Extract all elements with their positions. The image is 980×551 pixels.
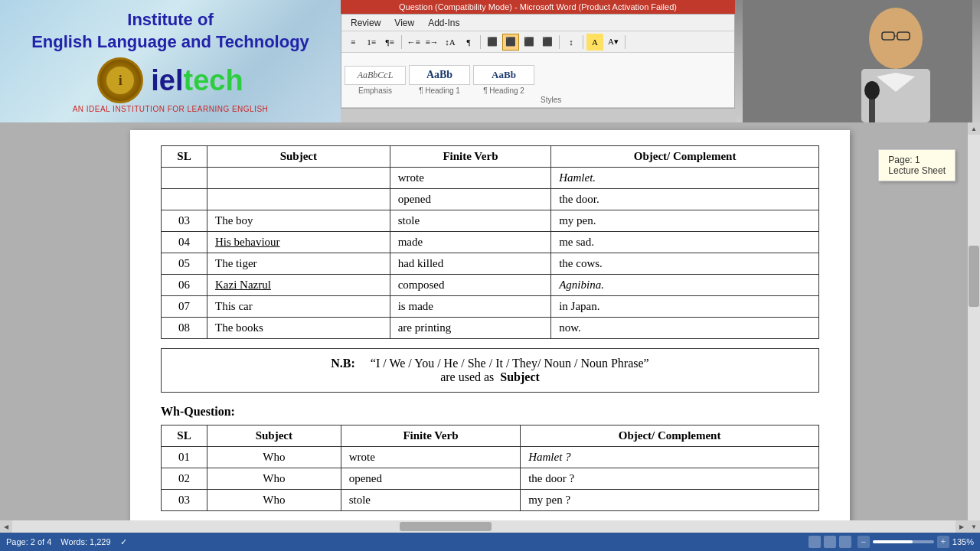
wh-col-subject: Subject: [207, 425, 341, 447]
menu-bar: Review View Add-Ins: [341, 15, 734, 31]
menu-review[interactable]: Review: [345, 16, 387, 30]
separator3: [559, 35, 560, 49]
col-subject: Subject: [207, 146, 390, 168]
word-toolbar: Review View Add-Ins ≡ 1≡ ¶≡ ←≡ ≡→ ↕A ¶ ⬛…: [341, 14, 735, 109]
page-number-label: Page: 1: [888, 155, 946, 165]
styles-section-label: Styles: [541, 96, 561, 104]
scroll-up-button[interactable]: ▲: [968, 122, 980, 135]
page-info-box: Page: 1 Lecture Sheet: [878, 149, 956, 181]
table-row: 02 Who opened the door ?: [162, 468, 819, 490]
sentence-table: SL Subject Finite Verb Object/ Complemen…: [161, 145, 819, 339]
line-spacing[interactable]: ↕: [563, 34, 580, 51]
increase-indent[interactable]: ≡→: [423, 34, 440, 51]
zoom-in-button[interactable]: +: [937, 536, 949, 548]
zoom-slider[interactable]: [873, 540, 934, 543]
table-row: 05 The tiger had killed the cows.: [162, 253, 819, 275]
menu-view[interactable]: View: [388, 16, 420, 30]
print-layout-btn[interactable]: [808, 536, 821, 548]
align-right[interactable]: ⬛: [521, 34, 537, 51]
webcam-feed: [735, 0, 980, 122]
decrease-indent[interactable]: ←≡: [405, 34, 422, 51]
scroll-left-button[interactable]: ◀: [0, 520, 12, 533]
document-area: SL Subject Finite Verb Object/ Complemen…: [0, 122, 980, 533]
webcam-overlay: [735, 0, 980, 122]
col-object: Object/ Complement: [551, 146, 819, 168]
h-scroll-thumb[interactable]: [400, 522, 492, 531]
nb-label: N.B:: [331, 357, 355, 370]
ieltech-wordmark: ieltech: [151, 64, 243, 97]
word-title-bar: Question (Compatibility Mode) - Microsof…: [341, 0, 735, 14]
window-title: Question (Compatibility Mode) - Microsof…: [399, 2, 677, 11]
spell-check-icon[interactable]: ✓: [120, 537, 127, 547]
sort-button[interactable]: ↕A: [442, 34, 459, 51]
full-reading-btn[interactable]: [824, 536, 836, 548]
table-row: 01 Who wrote Hamlet ?: [162, 447, 819, 468]
table-row: 08 The books are printing now.: [162, 318, 819, 339]
table-row: 06 Kazi Nazrul composed Agnibina.: [162, 275, 819, 296]
lecture-sheet-label: Lecture Sheet: [888, 165, 946, 176]
style-h1-section[interactable]: AaBb ¶ Heading 1: [409, 65, 470, 95]
tagline: AN IDEAL INSTITUTION FOR LEARNING ENGLIS…: [73, 105, 269, 113]
wh-col-object: Object/ Complement: [521, 425, 819, 447]
wh-question-heading: Wh-Question:: [161, 405, 819, 419]
table-row: wrote Hamlet.: [162, 168, 819, 189]
style-emphasis[interactable]: AaBbCcL: [345, 66, 406, 85]
zoom-level: 135%: [952, 537, 974, 546]
page-status: Page: 2 of 4: [6, 537, 51, 546]
separator4: [583, 35, 583, 49]
col-finite-verb: Finite Verb: [390, 146, 550, 168]
zoom-slider-fill: [873, 540, 913, 543]
numbering-button[interactable]: 1≡: [363, 34, 380, 51]
svg-rect-0: [743, 0, 972, 122]
nb-line2: are used as: [440, 370, 494, 383]
scroll-right-button[interactable]: ▶: [956, 520, 968, 533]
align-left[interactable]: ⬛: [484, 34, 501, 51]
separator5: [625, 35, 626, 49]
wh-question-table: SL Subject Finite Verb Object/ Complemen…: [161, 425, 819, 511]
align-center[interactable]: ⬛: [502, 34, 519, 51]
document-page: SL Subject Finite Verb Object/ Complemen…: [130, 130, 850, 533]
view-buttons: [808, 536, 851, 548]
style-heading2[interactable]: AaBb: [473, 65, 534, 85]
wh-col-verb: Finite Verb: [341, 425, 521, 447]
col-sl: SL: [162, 146, 207, 168]
scroll-thumb[interactable]: [969, 246, 979, 307]
svg-point-1: [869, 8, 923, 69]
highlight-color[interactable]: A: [586, 34, 603, 51]
web-layout-btn[interactable]: [839, 536, 851, 548]
nb-pronoun-list: “I / We / You / He / She / It / They/ No…: [371, 357, 649, 370]
status-bar: Page: 2 of 4 Words: 1,229 ✓ − + 135%: [0, 533, 980, 551]
style-emphasis-label: Emphasis: [358, 86, 392, 95]
justify[interactable]: ⬛: [539, 34, 556, 51]
show-hide-button[interactable]: ¶: [460, 34, 477, 51]
zoom-control: − + 135%: [858, 536, 974, 548]
separator1: [401, 35, 402, 49]
table-row: 03 The boy stole my pen.: [162, 210, 819, 232]
horizontal-scrollbar[interactable]: ◀ ▶: [0, 520, 968, 533]
vertical-scrollbar[interactable]: ▲ ▼: [968, 122, 980, 533]
style-heading1[interactable]: AaBb: [409, 65, 470, 85]
word-count: Words: 1,229: [60, 537, 110, 546]
nb-subject-bold: Subject: [500, 370, 540, 383]
wh-col-sl: SL: [162, 425, 207, 447]
styles-group: AaBbCcL Emphasis AaBb ¶ Heading 1 AaBb ¶…: [341, 53, 734, 108]
formatting-toolbar: ≡ 1≡ ¶≡ ←≡ ≡→ ↕A ¶ ⬛ ⬛ ⬛ ⬛ ↕ A A▾: [341, 31, 734, 53]
scroll-down-button[interactable]: ▼: [968, 520, 980, 533]
style-h2-section[interactable]: AaBb ¶ Heading 2: [473, 65, 534, 95]
institute-title: Institute of English Language and Techno…: [31, 9, 309, 53]
style-h2-label: ¶ Heading 2: [483, 86, 524, 95]
logo-emblem: i: [97, 57, 143, 103]
menu-addins[interactable]: Add-Ins: [422, 16, 466, 30]
person-silhouette: [743, 0, 972, 122]
multilevel-button[interactable]: ¶≡: [381, 34, 398, 51]
style-emphasis-section[interactable]: AaBbCcL Emphasis: [345, 66, 406, 95]
logo-emblem-inner: i: [106, 67, 134, 94]
font-color[interactable]: A▾: [605, 34, 622, 51]
table-row: opened the door.: [162, 189, 819, 210]
logo-area: Institute of English Language and Techno…: [0, 0, 341, 122]
zoom-out-button[interactable]: −: [858, 536, 870, 548]
table-row: 04 His behaviour made me sad.: [162, 232, 819, 253]
bullets-button[interactable]: ≡: [345, 34, 361, 51]
table-row: 03 Who stole my pen ?: [162, 490, 819, 511]
separator2: [480, 35, 481, 49]
